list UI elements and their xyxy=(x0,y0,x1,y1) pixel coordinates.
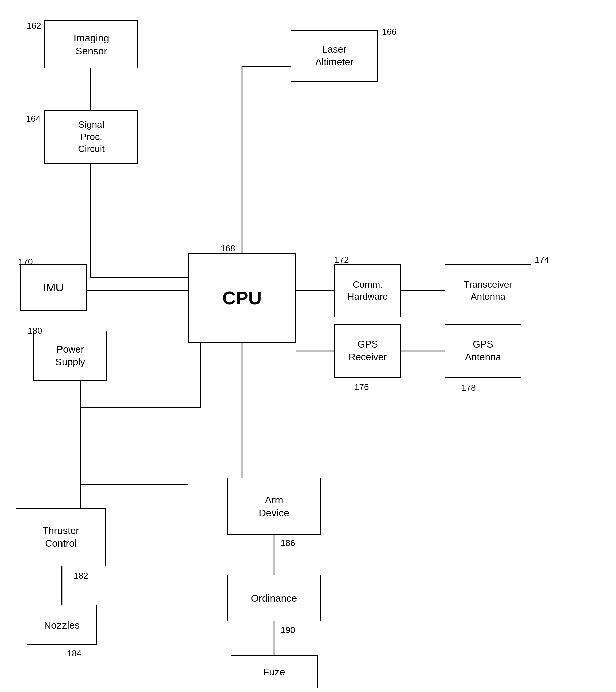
label-180: 180 xyxy=(28,326,42,336)
signal-proc-box: Signal Proc. Circuit xyxy=(44,110,138,164)
label-172: 172 xyxy=(334,255,348,265)
thruster-control-label: Thruster Control xyxy=(43,525,79,550)
nozzles-label: Nozzles xyxy=(44,619,80,631)
label-182: 182 xyxy=(73,571,88,581)
label-184: 184 xyxy=(67,648,81,658)
imu-box: IMU xyxy=(20,264,87,311)
label-170: 170 xyxy=(18,257,33,267)
fuze-label: Fuze xyxy=(263,665,285,678)
label-168: 168 xyxy=(220,243,235,254)
power-supply-label: Power Supply xyxy=(56,343,85,368)
fuze-box: Fuze xyxy=(231,655,318,688)
gps-receiver-label: GPS Receiver xyxy=(348,338,387,363)
label-176: 176 xyxy=(354,382,369,392)
nozzles-box: Nozzles xyxy=(27,605,97,645)
ordinance-label: Ordinance xyxy=(251,592,297,605)
gps-receiver-box: GPS Receiver xyxy=(334,324,401,377)
ordinance-box: Ordinance xyxy=(227,575,321,622)
thruster-control-box: Thruster Control xyxy=(16,508,106,566)
label-162: 162 xyxy=(27,21,41,31)
imaging-sensor-box: Imaging Sensor xyxy=(44,20,138,68)
transceiver-antenna-label: Transceiver Antenna xyxy=(464,279,512,303)
laser-altimeter-label: Laser Altimeter xyxy=(315,43,353,68)
power-supply-box: Power Supply xyxy=(34,331,107,381)
label-166: 166 xyxy=(382,27,397,37)
transceiver-antenna-box: Transceiver Antenna xyxy=(445,264,531,318)
cpu-box: CPU xyxy=(188,253,296,343)
arm-device-label: Arm Device xyxy=(259,493,290,519)
label-190: 190 xyxy=(281,625,295,635)
label-178: 178 xyxy=(461,383,475,393)
label-186: 186 xyxy=(281,538,295,548)
diagram-container: Imaging Sensor 162 Signal Proc. Circuit … xyxy=(0,0,616,692)
comm-hardware-label: Comm. Hardware xyxy=(347,279,388,303)
imaging-sensor-label: Imaging Sensor xyxy=(73,31,109,58)
laser-altimeter-box: Laser Altimeter xyxy=(291,30,378,82)
cpu-label: CPU xyxy=(222,286,262,310)
comm-hardware-box: Comm. Hardware xyxy=(334,264,401,318)
label-174: 174 xyxy=(535,255,549,265)
arm-device-box: Arm Device xyxy=(227,478,321,535)
label-188: 188 xyxy=(277,690,292,692)
imu-label: IMU xyxy=(43,280,64,295)
label-164: 164 xyxy=(26,114,40,124)
gps-antenna-box: GPS Antenna xyxy=(445,324,522,377)
gps-antenna-label: GPS Antenna xyxy=(465,338,501,363)
signal-proc-label: Signal Proc. Circuit xyxy=(78,118,104,155)
